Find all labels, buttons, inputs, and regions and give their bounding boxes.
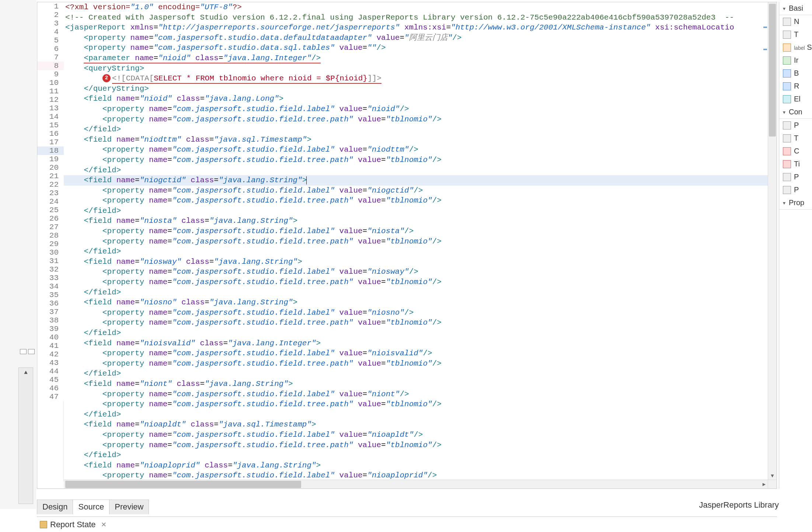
line-number[interactable]: 5 — [37, 36, 64, 45]
code-line[interactable]: <property name="com.jaspersoft.studio.fi… — [64, 277, 768, 287]
close-icon[interactable]: ✕ — [101, 521, 107, 529]
code-line[interactable]: <parameter name="nioid" class="java.lang… — [64, 53, 768, 63]
line-number[interactable]: 13 — [37, 104, 64, 113]
code-line[interactable]: 2<![CDATA[SELECT * FROM tblnomio where n… — [64, 73, 768, 84]
code-line[interactable]: <property name="com.jaspersoft.studio.da… — [64, 43, 768, 53]
palette-section-header[interactable]: ▾Prop — [779, 196, 812, 210]
line-number[interactable]: 22 — [37, 180, 64, 189]
code-line[interactable]: <jasperReport xmlns="http://jasperreport… — [64, 23, 768, 33]
code-line[interactable]: <field name="niogctid" class="java.lang.… — [64, 175, 768, 186]
code-line[interactable]: <property name="com.jaspersoft.studio.fi… — [64, 145, 768, 155]
code-line[interactable]: </field> — [64, 328, 768, 338]
line-number[interactable]: 36 — [37, 299, 64, 308]
line-number[interactable]: 30 — [37, 248, 64, 257]
palette-item[interactable]: T — [779, 28, 812, 41]
palette-item[interactable]: P — [779, 183, 812, 196]
palette-item[interactable]: B — [779, 67, 812, 80]
line-number[interactable]: 39 — [37, 325, 64, 333]
line-number[interactable]: 35 — [37, 291, 64, 299]
line-number[interactable]: 16 — [37, 129, 64, 138]
line-number[interactable]: 28 — [37, 231, 64, 240]
minimize-icon[interactable] — [20, 349, 27, 354]
line-number[interactable]: 12 — [37, 96, 64, 104]
code-line[interactable]: <property name="com.jaspersoft.studio.fi… — [64, 186, 768, 196]
palette-item[interactable]: Ir — [779, 54, 812, 67]
line-number[interactable]: 17 — [37, 138, 64, 146]
code-line[interactable]: <property name="com.jaspersoft.studio.da… — [64, 33, 768, 43]
code-line[interactable]: <property name="com.jaspersoft.studio.fi… — [64, 470, 768, 480]
code-line[interactable]: <queryString> — [64, 63, 768, 74]
code-line[interactable]: <field name="nioapldt" class="java.sql.T… — [64, 419, 768, 430]
code-line[interactable]: <property name="com.jaspersoft.studio.fi… — [64, 236, 768, 247]
code-line[interactable]: <field name="niosta" class="java.lang.St… — [64, 216, 768, 226]
code-line[interactable]: <property name="com.jaspersoft.studio.fi… — [64, 308, 768, 318]
line-number[interactable]: 47 — [37, 393, 64, 401]
code-line[interactable]: <field name="nioaploprid" class="java.la… — [64, 460, 768, 471]
tab-source[interactable]: Source — [73, 500, 109, 514]
line-number[interactable]: 27 — [37, 223, 64, 231]
palette-item[interactable]: label S — [779, 41, 812, 54]
code-line[interactable]: </field> — [64, 206, 768, 216]
code-line[interactable]: <property name="com.jaspersoft.studio.fi… — [64, 359, 768, 369]
palette-section-header[interactable]: ▾Basi — [779, 2, 812, 15]
code-line[interactable]: <property name="com.jaspersoft.studio.fi… — [64, 114, 768, 125]
code-line[interactable]: <property name="com.jaspersoft.studio.fi… — [64, 399, 768, 410]
palette-item[interactable]: C — [779, 145, 812, 158]
line-number[interactable]: 46 — [37, 384, 64, 393]
code-line[interactable]: </field> — [64, 410, 768, 420]
code-line[interactable]: <property name="com.jaspersoft.studio.fi… — [64, 267, 768, 277]
line-number-gutter[interactable]: 1234561789101112131415161718192021222324… — [37, 2, 64, 482]
vertical-scroll-thumb[interactable] — [769, 4, 776, 137]
palette-item[interactable]: El — [779, 93, 812, 106]
line-number[interactable]: 38 — [37, 316, 64, 325]
line-number[interactable]: 32 — [37, 265, 64, 274]
code-line[interactable]: <property name="com.jaspersoft.studio.fi… — [64, 430, 768, 440]
line-number[interactable]: 29 — [37, 240, 64, 248]
code-line[interactable]: <field name="niosway" class="java.lang.S… — [64, 257, 768, 267]
code-line[interactable]: <property name="com.jaspersoft.studio.fi… — [64, 196, 768, 206]
code-line[interactable]: <field name="niont" class="java.lang.Str… — [64, 379, 768, 389]
line-number[interactable]: 19 — [37, 155, 64, 163]
palette-item[interactable]: R — [779, 80, 812, 93]
scroll-down-icon[interactable]: ▼ — [768, 472, 777, 480]
code-line[interactable]: </field> — [64, 450, 768, 460]
palette-item[interactable]: T — [779, 132, 812, 145]
line-number[interactable]: 11 — [37, 87, 64, 96]
code-line[interactable]: </queryString> — [64, 84, 768, 94]
line-number[interactable]: 7 — [37, 53, 64, 62]
report-state-panel[interactable]: Report State ✕ — [37, 517, 777, 532]
code-line[interactable]: <?xml version="1.0" encoding="UTF-8"?> — [64, 2, 768, 13]
line-number[interactable]: 2 — [37, 11, 64, 19]
line-number[interactable]: 40 — [37, 333, 64, 342]
code-line[interactable]: <property name="com.jaspersoft.studio.fi… — [64, 226, 768, 236]
line-number[interactable]: 42 — [37, 350, 64, 359]
scroll-right-icon[interactable]: ▶ — [760, 480, 768, 488]
code-line[interactable]: </field> — [64, 369, 768, 379]
palette-item[interactable]: P — [779, 119, 812, 132]
line-number[interactable]: 26 — [37, 214, 64, 223]
horizontal-scrollbar[interactable]: ◀ ▶ — [64, 480, 768, 488]
palette-item[interactable]: Ti — [779, 158, 812, 170]
code-line[interactable]: <property name="com.jaspersoft.studio.fi… — [64, 318, 768, 328]
code-line[interactable]: <property name="com.jaspersoft.studio.fi… — [64, 440, 768, 450]
code-line[interactable]: </field> — [64, 124, 768, 135]
vertical-scrollbar[interactable]: ▲ ▼ — [768, 2, 777, 480]
line-number[interactable]: 43 — [37, 359, 64, 367]
line-number[interactable]: 21 — [37, 172, 64, 180]
line-number[interactable]: 24 — [37, 197, 64, 206]
overview-ruler[interactable] — [763, 4, 767, 477]
line-number[interactable]: 14 — [37, 113, 64, 121]
tab-preview[interactable]: Preview — [109, 500, 149, 514]
code-line[interactable]: </field> — [64, 287, 768, 298]
line-number[interactable]: 1 — [37, 2, 64, 11]
line-number[interactable]: 25 — [37, 206, 64, 214]
line-number[interactable]: 45 — [37, 376, 64, 384]
line-number[interactable]: 33 — [37, 274, 64, 282]
horizontal-scroll-thumb[interactable] — [65, 481, 301, 488]
sidebar-expand-button[interactable]: ▲ — [18, 367, 33, 504]
line-number[interactable]: 31 — [37, 257, 64, 265]
line-number[interactable]: 34 — [37, 282, 64, 291]
line-number[interactable]: 8 — [37, 62, 64, 70]
line-number[interactable]: 9 — [37, 70, 64, 79]
line-number[interactable]: 10 — [37, 79, 64, 87]
